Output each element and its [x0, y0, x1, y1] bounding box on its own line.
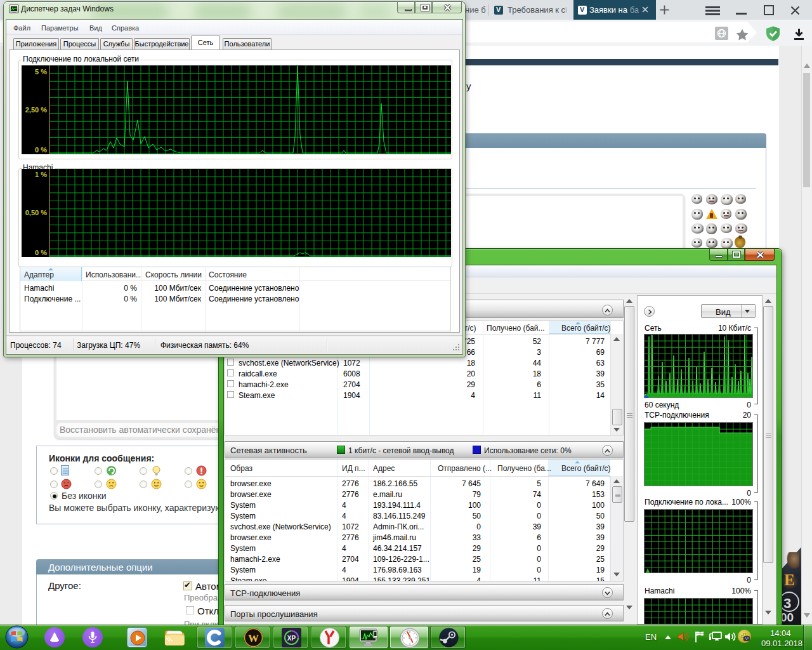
- svg-text:W: W: [248, 632, 259, 644]
- svg-text:XP: XP: [287, 635, 296, 642]
